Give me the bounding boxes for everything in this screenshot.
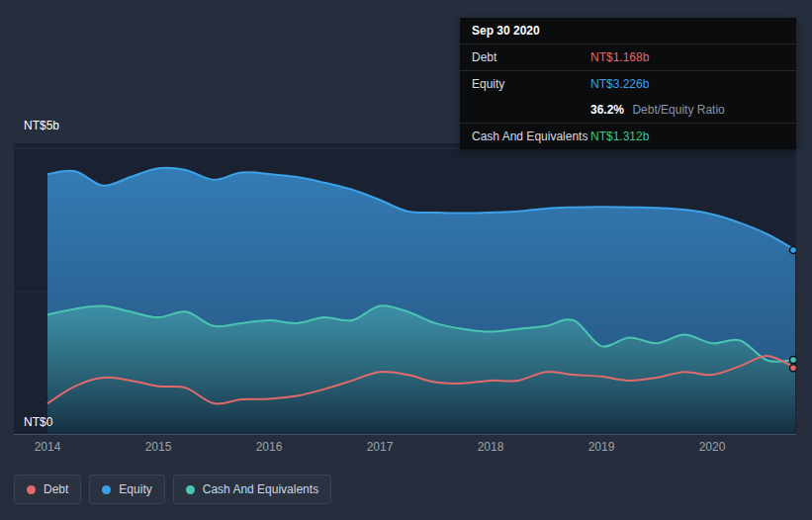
tooltip-date: Sep 30 2020 xyxy=(460,18,796,44)
x-axis-tick: 2015 xyxy=(145,440,172,454)
tooltip-ratio-row: 36.2% Debt/Equity Ratio xyxy=(460,97,796,124)
tooltip-cash-value: NT$1.312b xyxy=(590,130,649,143)
x-axis-tick: 2019 xyxy=(588,440,615,454)
tooltip-ratio-label: Debt/Equity Ratio xyxy=(632,103,724,117)
legend-item-debt[interactable]: Debt xyxy=(14,475,81,504)
x-axis-tick: 2016 xyxy=(256,440,283,454)
legend-equity-label: Equity xyxy=(119,482,151,496)
legend-item-equity[interactable]: Equity xyxy=(89,475,164,504)
legend-debt-label: Debt xyxy=(44,482,68,496)
tooltip-debt-row: Debt NT$1.168b xyxy=(460,44,796,71)
y-axis-max-label: NT$5b xyxy=(24,119,59,132)
legend-cash-label: Cash And Equivalents xyxy=(203,482,318,496)
x-axis-tick: 2018 xyxy=(478,440,504,454)
legend-item-cash[interactable]: Cash And Equivalents xyxy=(173,475,331,504)
debt-series-dot-icon xyxy=(27,485,36,494)
x-axis-tick: 2017 xyxy=(367,440,394,454)
y-axis-zero-label: NT$0 xyxy=(24,415,52,429)
tooltip-equity-row: Equity NT$3.226b xyxy=(460,71,796,97)
debt-equity-history-chart: Sep 30 2020 Debt NT$1.168b Equity NT$3.2… xyxy=(0,0,812,520)
chart-plot-area[interactable]: NT$0 xyxy=(14,143,796,435)
tooltip-cash-row: Cash And Equivalents NT$1.312b xyxy=(460,124,796,149)
x-axis: 2014 2015 2016 2017 2018 2019 2020 xyxy=(14,440,796,458)
cash-series-dot-icon xyxy=(186,485,195,494)
chart-tooltip: Sep 30 2020 Debt NT$1.168b Equity NT$3.2… xyxy=(460,18,796,149)
chart-legend: Debt Equity Cash And Equivalents xyxy=(14,475,331,504)
tooltip-equity-label: Equity xyxy=(472,77,590,91)
tooltip-equity-value: NT$3.226b xyxy=(590,77,649,91)
tooltip-ratio-value: 36.2% xyxy=(590,103,624,117)
equity-series-dot-icon xyxy=(102,485,111,494)
tooltip-cash-label: Cash And Equivalents xyxy=(472,130,590,143)
tooltip-debt-label: Debt xyxy=(472,50,590,64)
x-axis-tick: 2014 xyxy=(35,440,61,454)
tooltip-debt-value: NT$1.168b xyxy=(590,50,649,64)
chart-svg[interactable] xyxy=(14,143,796,435)
x-axis-tick: 2020 xyxy=(699,440,726,454)
